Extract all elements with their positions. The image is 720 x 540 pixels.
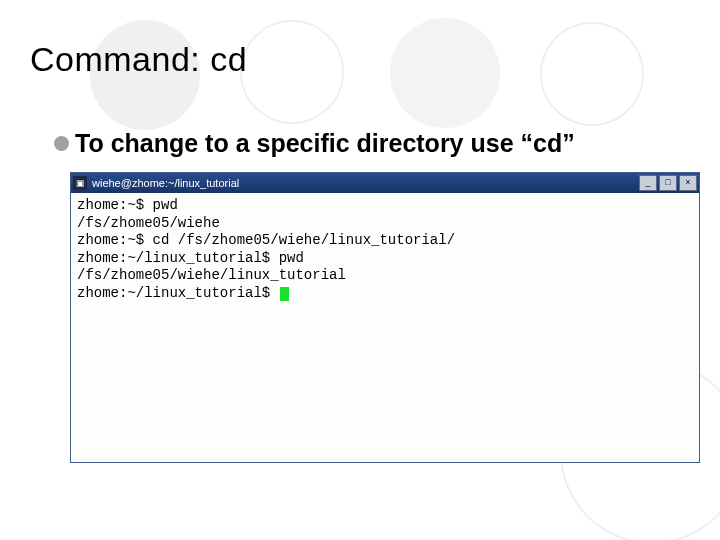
terminal-line: zhome:~$ pwd [77,197,178,213]
slide-title: Command: cd [30,40,690,79]
terminal-app-icon: ▣ [73,176,87,190]
maximize-button[interactable]: □ [659,175,677,191]
window-buttons: _ □ × [639,175,697,191]
terminal-window: ▣ wiehe@zhome:~/linux_tutorial _ □ × zho… [70,172,700,463]
terminal-line: zhome:~$ cd /fs/zhome05/wiehe/linux_tuto… [77,232,455,248]
terminal-titlebar: ▣ wiehe@zhome:~/linux_tutorial _ □ × [71,173,699,193]
terminal-line: zhome:~/linux_tutorial$ [77,285,279,301]
terminal-title: wiehe@zhome:~/linux_tutorial [92,177,639,189]
bullet-text: To change to a specific directory use “c… [75,129,575,158]
terminal-body[interactable]: zhome:~$ pwd /fs/zhome05/wiehe zhome:~$ … [71,193,699,462]
terminal-line: /fs/zhome05/wiehe [77,215,220,231]
close-button[interactable]: × [679,175,697,191]
slide-content: Command: cd To change to a specific dire… [0,0,720,540]
terminal-line: zhome:~/linux_tutorial$ pwd [77,250,304,266]
terminal-line: /fs/zhome05/wiehe/linux_tutorial [77,267,346,283]
terminal-cursor [280,287,289,301]
bullet-dot-icon [54,136,69,151]
minimize-button[interactable]: _ [639,175,657,191]
bullet-item: To change to a specific directory use “c… [54,129,690,158]
